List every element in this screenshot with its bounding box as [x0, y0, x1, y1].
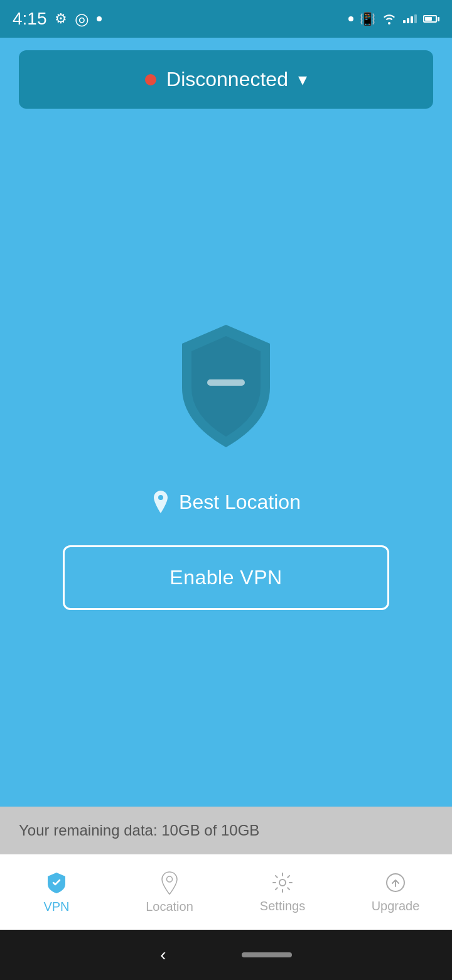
svg-point-1 — [279, 879, 286, 886]
location-nav-icon — [159, 871, 180, 895]
signal-icon — [403, 14, 417, 23]
tab-vpn[interactable]: VPN — [0, 854, 113, 930]
tab-settings[interactable]: Settings — [226, 854, 339, 930]
tab-settings-label: Settings — [260, 899, 305, 913]
shield-container — [157, 318, 295, 459]
status-time: 4:15 — [13, 9, 47, 29]
status-bar-left: 4:15 ⚙ ◎ — [13, 9, 102, 29]
settings-gear-icon — [271, 871, 294, 894]
vpn-shield-icon — [45, 871, 68, 895]
gear-icon: ⚙ — [55, 11, 67, 27]
data-remaining-text: Your remaining data: 10GB of 10GB — [19, 822, 259, 839]
dot-right-icon — [348, 16, 353, 21]
tab-location-label: Location — [146, 900, 193, 914]
status-bar: 4:15 ⚙ ◎ 📳 — [0, 0, 452, 38]
connection-bar[interactable]: Disconnected ▾ — [19, 50, 433, 109]
dot-icon — [97, 16, 102, 21]
location-label: Best Location — [179, 491, 301, 514]
svg-rect-0 — [207, 379, 245, 386]
vibrate-icon: 📳 — [360, 11, 375, 26]
location-row[interactable]: Best Location — [151, 491, 301, 514]
enable-vpn-button[interactable]: Enable VPN — [63, 545, 389, 610]
battery-icon — [423, 15, 439, 23]
shield-icon — [157, 318, 295, 457]
bottom-nav: VPN Location Settings Upgrade — [0, 854, 452, 930]
status-bar-right: 📳 — [348, 11, 439, 26]
tab-upgrade[interactable]: Upgrade — [339, 854, 452, 930]
wifi-icon — [382, 13, 397, 24]
chevron-down-icon: ▾ — [298, 69, 307, 90]
tab-vpn-label: VPN — [43, 900, 69, 914]
connection-status-dot — [145, 74, 156, 85]
home-indicator[interactable] — [242, 952, 292, 957]
upgrade-icon — [384, 871, 407, 894]
data-banner: Your remaining data: 10GB of 10GB — [0, 807, 452, 854]
location-pin-icon — [151, 491, 170, 513]
accessibility-icon: ◎ — [75, 9, 89, 29]
main-content: Best Location Enable VPN — [0, 121, 452, 807]
connection-status-text: Disconnected — [166, 68, 288, 91]
tab-location[interactable]: Location — [113, 854, 226, 930]
system-nav: ‹ — [0, 930, 452, 980]
tab-upgrade-label: Upgrade — [372, 899, 420, 913]
back-icon[interactable]: ‹ — [160, 945, 166, 965]
